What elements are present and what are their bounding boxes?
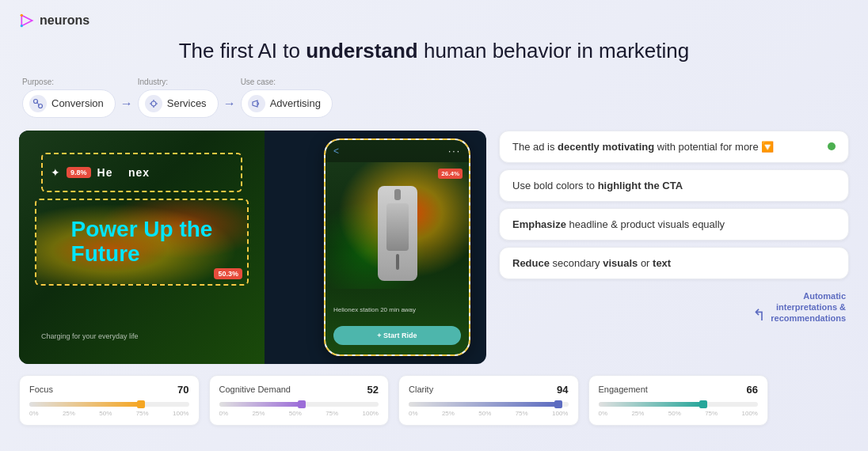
metric-card-engagement: Engagement660%25%50%75%100% <box>588 375 769 426</box>
metric-name: Focus <box>29 385 53 394</box>
metric-name: Engagement <box>599 385 648 394</box>
svg-point-2 <box>21 25 23 27</box>
phone-heatmap-badge: 26.4% <box>438 169 463 179</box>
curve-arrow-icon: ↱ <box>752 305 766 324</box>
star-icon: ✦ <box>51 166 60 179</box>
phone-heatmap: 26.4% <box>326 162 469 289</box>
breadcrumb: Purpose: Conversion → Industry: Services… <box>19 78 849 118</box>
svg-marker-0 <box>21 15 32 25</box>
metric-bar-track <box>599 402 759 407</box>
metric-header: Clarity94 <box>409 384 569 396</box>
breadcrumb-label-industry: Industry: <box>138 78 168 86</box>
insight-card-main: The ad is decently motivating with poten… <box>499 131 849 163</box>
header: neurons <box>19 13 849 28</box>
heatmap-badge-1: 9.8% <box>67 167 91 178</box>
metric-value: 66 <box>747 384 758 396</box>
metric-bar-indicator <box>699 400 707 408</box>
main-content: ✦ 9.8% He nex Power Up the Future 50.3% … <box>19 131 849 364</box>
logo: neurons <box>19 13 89 28</box>
metric-bar-fill <box>409 402 558 407</box>
status-dot <box>828 142 836 150</box>
phone-back-icon: < <box>333 146 339 157</box>
breadcrumb-pill-conversion[interactable]: Conversion <box>22 89 116 118</box>
breadcrumb-item-industry: Industry: Services <box>138 78 219 118</box>
metric-value: 70 <box>177 384 188 396</box>
page: neurons The first AI to understand human… <box>0 0 868 451</box>
heatmap-badge-2: 50.3% <box>214 268 242 279</box>
metric-bar-indicator <box>554 400 562 408</box>
insights-panel: The ad is decently motivating with poten… <box>499 131 849 324</box>
advertising-icon <box>248 95 265 112</box>
ad-right-phone: < ··· 26.4% Helionex station 20 min away… <box>324 138 470 356</box>
phone-inner: < ··· 26.4% Helionex station 20 min away… <box>326 140 469 354</box>
metric-header: Cognitive Demand52 <box>219 384 379 396</box>
metric-bar-fill <box>599 402 704 407</box>
services-icon <box>145 95 162 112</box>
metric-bar-indicator <box>298 400 306 408</box>
metrics-row: Focus700%25%50%75%100%Cognitive Demand52… <box>19 375 849 426</box>
metric-header: Focus70 <box>29 384 189 396</box>
metric-card-cognitive-demand: Cognitive Demand520%25%50%75%100% <box>209 375 390 426</box>
breadcrumb-arrow-2: → <box>223 97 236 111</box>
insight-card-cta: Use bold colors to highlight the CTA <box>499 169 849 202</box>
breadcrumb-pill-services[interactable]: Services <box>138 89 219 118</box>
metric-bar-fill <box>29 402 141 407</box>
phone-dots-icon: ··· <box>448 146 461 157</box>
svg-point-1 <box>21 14 23 17</box>
insight-text-main: The ad is decently motivating with poten… <box>512 141 774 153</box>
metric-ticks: 0%25%50%75%100% <box>219 410 379 417</box>
breadcrumb-label-purpose: Purpose: <box>22 78 54 86</box>
heatmap-box-main: Power Up the Future 50.3% <box>35 199 249 286</box>
breadcrumb-item-purpose: Purpose: Conversion <box>22 78 116 118</box>
metric-header: Engagement66 <box>599 384 759 396</box>
auto-label: Automatic interpretations & recommendati… <box>771 290 849 324</box>
breadcrumb-arrow-1: → <box>120 97 133 111</box>
metric-bar-track <box>219 402 379 407</box>
auto-note-card <box>778 375 849 426</box>
metric-bar-track <box>29 402 189 407</box>
metric-card-clarity: Clarity940%25%50%75%100% <box>398 375 579 426</box>
breadcrumb-label-usecase: Use case: <box>241 78 276 86</box>
title-section: The first AI to understand human behavio… <box>19 38 849 65</box>
metric-card-focus: Focus700%25%50%75%100% <box>19 375 200 426</box>
metric-name: Cognitive Demand <box>219 385 291 394</box>
phone-top-bar: < ··· <box>326 140 469 162</box>
phone-station-text: Helionex station 20 min away <box>333 306 416 313</box>
ad-subtitle: Charging for your everyday life <box>41 332 139 340</box>
metric-ticks: 0%25%50%75%100% <box>29 410 189 417</box>
metric-value: 52 <box>367 384 379 396</box>
metric-value: 94 <box>557 384 568 396</box>
charger-visual <box>378 186 417 281</box>
insight-card-reduce: Reduce secondary visuals or text <box>499 247 849 279</box>
metric-bar-fill <box>219 402 303 407</box>
ad-title-text: He nex <box>97 166 150 179</box>
metric-ticks: 0%25%50%75%100% <box>599 410 759 417</box>
metric-ticks: 0%25%50%75%100% <box>409 410 569 417</box>
main-title: The first AI to understand human behavio… <box>19 38 849 65</box>
logo-text: neurons <box>40 13 89 28</box>
breadcrumb-pill-advertising[interactable]: Advertising <box>241 89 333 118</box>
logo-icon <box>19 13 35 28</box>
breadcrumb-item-usecase: Use case: Advertising <box>241 78 333 118</box>
auto-label-section: ↱ Automatic interpretations & recommenda… <box>499 287 849 324</box>
metric-bar-track <box>409 402 569 407</box>
ad-left: ✦ 9.8% He nex Power Up the Future 50.3% … <box>19 131 265 364</box>
insight-card-emphasize: Emphasize headline & product visuals equ… <box>499 208 849 241</box>
metric-bar-indicator <box>137 400 145 408</box>
ad-panel: ✦ 9.8% He nex Power Up the Future 50.3% … <box>19 131 486 364</box>
heatmap-box-top: ✦ 9.8% He nex <box>41 153 242 192</box>
conversion-icon <box>29 95 47 112</box>
phone-cta-button[interactable]: + Start Ride <box>333 326 461 345</box>
metric-name: Clarity <box>409 385 433 394</box>
ad-power-text: Power Up the Future <box>65 218 219 267</box>
svg-point-5 <box>151 101 156 106</box>
